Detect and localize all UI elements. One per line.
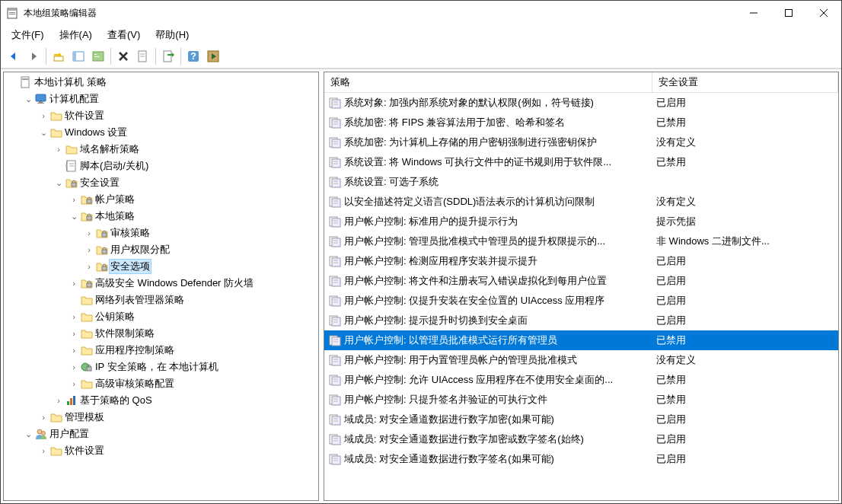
expand-icon[interactable]: ›	[53, 396, 65, 405]
tree-node[interactable]: 本地计算机 策略	[4, 74, 318, 91]
policy-name-cell: 用户帐户控制: 管理员批准模式中管理员的提升权限提示的...	[324, 231, 652, 251]
tree-node[interactable]: ›IP 安全策略，在 本地计算机	[4, 359, 318, 375]
policy-row[interactable]: 用户帐户控制: 只提升签名并验证的可执行文件已禁用	[324, 390, 838, 410]
policy-row[interactable]: 用户帐户控制: 用于内置管理员帐户的管理员批准模式没有定义	[324, 350, 838, 370]
policy-row[interactable]: 系统设置: 将 Windows 可执行文件中的证书规则用于软件限...已禁用	[324, 152, 838, 172]
expand-icon[interactable]: ›	[68, 329, 80, 338]
policy-icon	[329, 413, 341, 426]
tree-node[interactable]: ›帐户策略	[4, 191, 318, 208]
delete-button[interactable]	[114, 47, 132, 65]
policy-row[interactable]: 用户帐户控制: 管理员批准模式中管理员的提升权限提示的...非 Windows …	[324, 231, 838, 251]
policy-name: 用户帐户控制: 允许 UIAccess 应用程序在不使用安全桌面的...	[344, 374, 613, 385]
policy-row[interactable]: 用户帐户控制: 标准用户的提升提示行为提示凭据	[324, 212, 838, 231]
tree-node[interactable]: ›审核策略	[4, 225, 318, 241]
collapse-icon[interactable]: ⌄	[53, 178, 65, 188]
maximize-button[interactable]	[771, 1, 806, 25]
column-setting[interactable]: 安全设置	[652, 72, 838, 93]
policy-row[interactable]: 用户帐户控制: 允许 UIAccess 应用程序在不使用安全桌面的...已禁用	[324, 370, 838, 390]
policy-row[interactable]: 用户帐户控制: 检测应用程序安装并提示提升已启用	[324, 251, 838, 271]
tree-node[interactable]: ⌄本地策略	[4, 208, 318, 225]
expand-icon[interactable]: ›	[68, 346, 80, 355]
expand-icon[interactable]: ›	[68, 279, 80, 288]
policy-row[interactable]: 域成员: 对安全通道数据进行数字加密(如果可能)已启用	[324, 410, 838, 429]
policy-value: 已启用	[652, 311, 838, 330]
tree-node[interactable]: ›基于策略的 QoS	[4, 392, 318, 409]
sec-icon	[80, 193, 94, 206]
minimize-button[interactable]	[736, 1, 771, 25]
menu-file[interactable]: 文件(F)	[4, 25, 52, 44]
sheet-button[interactable]	[134, 47, 152, 65]
expand-icon[interactable]: ›	[83, 262, 95, 271]
tree-node[interactable]: ›管理模板	[4, 409, 318, 426]
collapse-icon[interactable]: ⌄	[22, 429, 34, 439]
show-hide-tree-button[interactable]	[69, 47, 88, 65]
policy-row[interactable]: 用户帐户控制: 提示提升时切换到安全桌面已启用	[324, 311, 838, 330]
policy-value: 已启用	[652, 251, 838, 271]
policy-value: 已禁用	[652, 113, 838, 132]
policy-row[interactable]: 域成员: 对安全通道数据进行数字签名(如果可能)已启用	[324, 449, 838, 469]
tree-node[interactable]: ›软件设置	[4, 107, 318, 124]
tree-node[interactable]: ›安全选项	[4, 258, 318, 275]
expand-icon[interactable]: ›	[37, 446, 49, 455]
tree-node[interactable]: ⌄用户配置	[4, 426, 318, 442]
help-button[interactable]: ?	[184, 47, 203, 65]
menu-help[interactable]: 帮助(H)	[148, 25, 196, 44]
policy-row[interactable]: 用户帐户控制: 仅提升安装在安全位置的 UIAccess 应用程序已启用	[324, 291, 838, 311]
tree-node-label: IP 安全策略，在 本地计算机	[94, 360, 220, 374]
tree-node[interactable]: ⌄Windows 设置	[4, 124, 318, 141]
expand-icon[interactable]: ›	[83, 245, 95, 254]
policy-row[interactable]: 以安全描述符定义语言(SDDL)语法表示的计算机访问限制没有定义	[324, 192, 838, 212]
expand-icon[interactable]: ›	[37, 413, 49, 422]
tree-node[interactable]: ›软件设置	[4, 442, 318, 459]
expand-icon[interactable]: ›	[68, 312, 80, 321]
tree-node[interactable]: ›域名解析策略	[4, 141, 318, 158]
up-button[interactable]	[49, 47, 68, 65]
properties-button[interactable]	[89, 47, 107, 65]
policy-row[interactable]: 域成员: 对安全通道数据进行数字加密或数字签名(始终)已启用	[324, 429, 838, 449]
policy-row[interactable]: 系统对象: 加强内部系统对象的默认权限(例如，符号链接)已启用	[324, 93, 838, 113]
policy-row[interactable]: 系统加密: 为计算机上存储的用户密钥强制进行强密钥保护没有定义	[324, 132, 838, 152]
tree-node[interactable]: ›高级审核策略配置	[4, 375, 318, 392]
policy-value: 已禁用	[652, 152, 838, 172]
tree-node[interactable]: ⌄计算机配置	[4, 91, 318, 107]
sec-icon	[95, 227, 109, 239]
tree-node[interactable]: ›公钥策略	[4, 308, 318, 325]
policy-name: 用户帐户控制: 提示提升时切换到安全桌面	[344, 314, 528, 326]
svg-rect-12	[94, 54, 97, 55]
collapse-icon[interactable]: ⌄	[68, 212, 80, 222]
expand-icon[interactable]: ›	[83, 228, 95, 238]
policy-row[interactable]: 用户帐户控制: 以管理员批准模式运行所有管理员已禁用	[324, 330, 838, 350]
policy-name-cell: 以安全描述符定义语言(SDDL)语法表示的计算机访问限制	[324, 192, 652, 212]
tree-node[interactable]: ›应用程序控制策略	[4, 342, 318, 359]
expand-icon[interactable]: ›	[68, 362, 80, 372]
tree-node-label: 脚本(启动/关机)	[78, 159, 150, 173]
tree-pane[interactable]: 本地计算机 策略⌄计算机配置›软件设置⌄Windows 设置›域名解析策略脚本(…	[3, 72, 319, 501]
tree-node[interactable]: ›软件限制策略	[4, 325, 318, 342]
tree-node[interactable]: 网络列表管理器策略	[4, 292, 318, 308]
policy-name-cell: 用户帐户控制: 标准用户的提升提示行为	[324, 212, 652, 231]
collapse-icon[interactable]: ⌄	[37, 128, 49, 138]
menu-view[interactable]: 查看(V)	[100, 25, 148, 44]
menu-action[interactable]: 操作(A)	[52, 25, 100, 44]
policy-row[interactable]: 用户帐户控制: 将文件和注册表写入错误虚拟化到每用户位置已启用	[324, 271, 838, 291]
collapse-icon[interactable]: ⌄	[22, 94, 34, 104]
policy-icon	[329, 176, 341, 188]
run-button[interactable]	[204, 47, 222, 65]
policy-row[interactable]: 系统加密: 将 FIPS 兼容算法用于加密、哈希和签名已禁用	[324, 113, 838, 132]
nav-forward-button[interactable]	[24, 47, 43, 65]
tree-node[interactable]: ⌄安全设置	[4, 174, 318, 191]
expand-icon[interactable]: ›	[53, 145, 65, 154]
expand-icon[interactable]: ›	[68, 379, 80, 388]
list-pane[interactable]: 策略 安全设置 系统对象: 加强内部系统对象的默认权限(例如，符号链接)已启用系…	[324, 72, 839, 501]
expand-icon[interactable]: ›	[37, 111, 49, 120]
svg-rect-2	[9, 12, 15, 13]
close-button[interactable]	[806, 1, 841, 25]
policy-row[interactable]: 系统设置: 可选子系统	[324, 172, 838, 192]
tree-node[interactable]: ›高级安全 Windows Defender 防火墙	[4, 275, 318, 292]
expand-icon[interactable]: ›	[68, 195, 80, 204]
column-policy[interactable]: 策略	[324, 72, 652, 93]
nav-back-button[interactable]	[5, 47, 23, 65]
tree-node[interactable]: 脚本(启动/关机)	[4, 158, 318, 174]
tree-node[interactable]: ›用户权限分配	[4, 241, 318, 258]
export-button[interactable]	[159, 47, 177, 65]
